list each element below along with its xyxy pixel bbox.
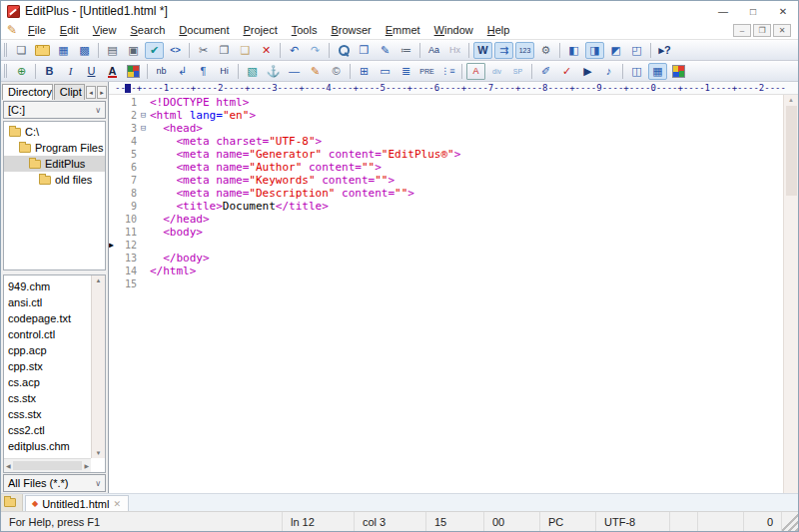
center-text-button[interactable]: ≣: [397, 63, 415, 80]
tree-item-c-[interactable]: C:\: [4, 124, 105, 140]
change-case-button[interactable]: Aa: [424, 42, 443, 59]
menu-window[interactable]: Window: [427, 24, 480, 36]
tree-item-editplus[interactable]: EditPlus: [4, 156, 105, 172]
toolbar-grip[interactable]: [4, 43, 8, 57]
open-file-button[interactable]: [33, 42, 52, 59]
menu-browser[interactable]: Browser: [324, 24, 378, 36]
find-in-files-button[interactable]: ❒: [355, 42, 374, 59]
delete-button[interactable]: ✕: [257, 42, 276, 59]
code-area[interactable]: 1<!DOCTYPE html>2⊟<html lang="en">3⊟ <he…: [109, 95, 798, 493]
tab-list-folder-button[interactable]: [1, 494, 23, 511]
insert-table-button[interactable]: ⊞: [355, 63, 374, 80]
file-item-cpp-stx[interactable]: cpp.stx: [8, 358, 90, 374]
cut-button[interactable]: ✂: [194, 42, 213, 59]
edit-script-button[interactable]: ✐: [536, 63, 555, 80]
view-source-button[interactable]: <>: [166, 42, 185, 59]
file-item-cs-stx[interactable]: cs.stx: [8, 390, 90, 406]
print-preview-button[interactable]: ▤: [103, 42, 122, 59]
paragraph-button[interactable]: ¶: [194, 63, 213, 80]
replace-button[interactable]: ✎: [376, 42, 395, 59]
tab-close-icon[interactable]: ✕: [113, 499, 121, 509]
font-color-button[interactable]: A: [103, 63, 122, 80]
window-colors-button[interactable]: [669, 63, 688, 80]
drive-selector[interactable]: [C:] ∨: [3, 101, 106, 119]
menu-file[interactable]: File: [21, 24, 53, 36]
mdi-minimize-button[interactable]: –: [733, 24, 751, 37]
menu-emmet[interactable]: Emmet: [379, 24, 427, 36]
special-character-button[interactable]: ©: [327, 63, 346, 80]
toggle-marker-button[interactable]: ≔: [397, 42, 415, 59]
preferences-button[interactable]: ⚙: [536, 42, 555, 59]
fold-icon[interactable]: ⊟: [137, 122, 150, 135]
file-item-codepage-txt[interactable]: codepage.txt: [8, 310, 90, 326]
preformatted-button[interactable]: PRE: [417, 63, 436, 80]
insert-video-button[interactable]: ▶: [578, 63, 597, 80]
heading-button[interactable]: Hi: [215, 63, 234, 80]
vscroll-thumb[interactable]: [786, 106, 797, 196]
file-item-cpp-acp[interactable]: cpp.acp: [8, 342, 90, 358]
print-button[interactable]: ▣: [124, 42, 143, 59]
insert-form-button[interactable]: ▭: [376, 63, 395, 80]
toggle-document-selector-button[interactable]: ▦: [648, 63, 667, 80]
save-all-button[interactable]: ▩: [75, 42, 94, 59]
line-break-button[interactable]: ↲: [173, 63, 192, 80]
insert-list-button[interactable]: ⋮≡: [438, 63, 457, 80]
insert-anchor-button[interactable]: ⚓: [264, 63, 283, 80]
tab-scroll-left-icon[interactable]: ◂: [86, 86, 96, 99]
mdi-close-button[interactable]: ✕: [773, 24, 791, 37]
file-item-ansi-ctl[interactable]: ansi.ctl: [8, 294, 90, 310]
resize-grip-icon[interactable]: [782, 512, 798, 531]
file-list-vscrollbar[interactable]: ▲ ▼: [91, 275, 105, 458]
tab-scroll-right-icon[interactable]: ▸: [97, 86, 107, 99]
menu-project[interactable]: Project: [236, 24, 284, 36]
menu-tools[interactable]: Tools: [285, 24, 325, 36]
bold-button[interactable]: B: [40, 63, 59, 80]
toggle-fullscreen-button[interactable]: ◰: [627, 42, 646, 59]
scroll-right-icon[interactable]: ▶: [84, 462, 89, 469]
auto-indent-button[interactable]: ⇉: [494, 42, 513, 59]
horizontal-rule-button[interactable]: —: [285, 63, 304, 80]
insert-div-button[interactable]: div: [487, 63, 506, 80]
css-style-button[interactable]: A: [466, 63, 485, 80]
new-file-button[interactable]: ❏: [12, 42, 31, 59]
color-palette-button[interactable]: [124, 63, 143, 80]
menu-edit[interactable]: Edit: [53, 24, 86, 36]
toolbar-grip[interactable]: [4, 64, 8, 78]
file-item-css-stx[interactable]: css.stx: [8, 406, 90, 422]
menu-view[interactable]: View: [86, 24, 124, 36]
save-button[interactable]: ▦: [54, 42, 73, 59]
document-tab-untitled1[interactable]: ◆ Untitled1.html ✕: [25, 495, 129, 511]
file-item-949-chm[interactable]: 949.chm: [8, 278, 90, 294]
file-item-css2-ctl[interactable]: css2.ctl: [8, 422, 90, 438]
menu-document[interactable]: Document: [172, 24, 236, 36]
nonbreaking-space-button[interactable]: nb: [152, 63, 171, 80]
file-item-cs-acp[interactable]: cs.acp: [8, 374, 90, 390]
insert-audio-button[interactable]: ♪: [599, 63, 618, 80]
scroll-left-icon[interactable]: ◀: [6, 462, 11, 469]
italic-button[interactable]: I: [61, 63, 80, 80]
maximize-button[interactable]: □: [738, 1, 768, 21]
close-button[interactable]: ✕: [768, 1, 798, 21]
file-item-control-ctl[interactable]: control.ctl: [8, 326, 90, 342]
insert-span-button[interactable]: SP: [508, 63, 527, 80]
minimize-button[interactable]: —: [708, 1, 738, 21]
tree-item-old-files[interactable]: old files: [4, 172, 105, 188]
menu-search[interactable]: Search: [123, 24, 172, 36]
find-button[interactable]: [334, 42, 353, 59]
fold-icon[interactable]: ⊟: [137, 109, 150, 122]
toggle-output-window-button[interactable]: ◨: [585, 42, 604, 59]
word-wrap-button[interactable]: W: [473, 42, 492, 59]
file-item-editplus-chm[interactable]: editplus.chm: [8, 438, 90, 454]
insert-image-button[interactable]: ▧: [243, 63, 262, 80]
scroll-up-icon[interactable]: ▲: [788, 97, 794, 103]
underline-button[interactable]: U: [82, 63, 101, 80]
copy-button[interactable]: ❐: [215, 42, 234, 59]
redo-button[interactable]: ↷: [306, 42, 325, 59]
scroll-up-icon[interactable]: ▲: [96, 277, 102, 283]
tab-directory[interactable]: Directory: [2, 84, 53, 100]
file-filter-selector[interactable]: All Files (*.*) ∨: [3, 474, 106, 492]
hscroll-thumb[interactable]: [13, 461, 83, 470]
menu-help[interactable]: Help: [480, 24, 517, 36]
toggle-browser-pane-button[interactable]: ◫: [627, 63, 646, 80]
toggle-cliptext-window-button[interactable]: ◩: [606, 42, 625, 59]
